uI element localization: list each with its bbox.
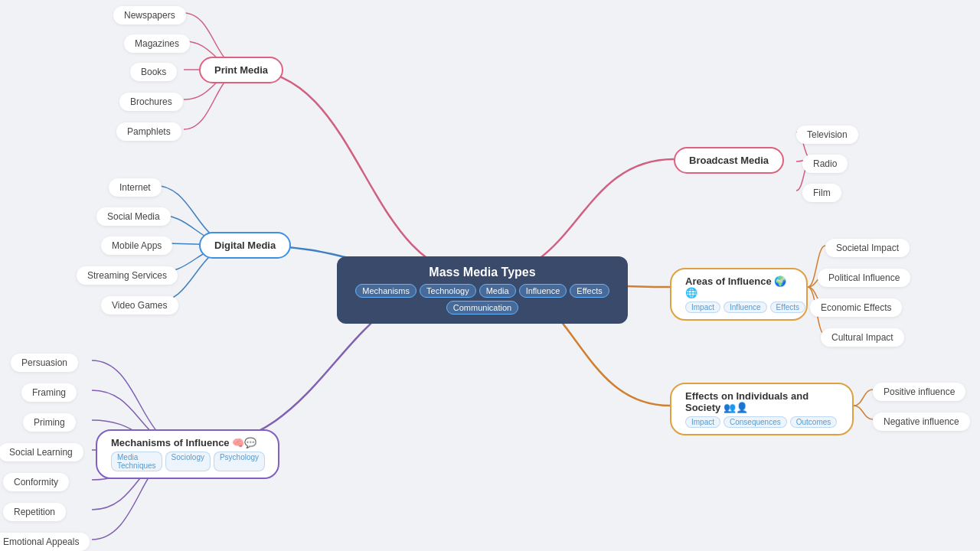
areas-influence-label: Areas of Influence 🌍🌐 <box>685 276 792 298</box>
leaf-video-games[interactable]: Video Games <box>101 296 178 315</box>
leaf-priming[interactable]: Priming <box>23 413 76 432</box>
leaf-positive[interactable]: Positive influence <box>873 383 965 401</box>
leaf-newspapers[interactable]: Newspapers <box>113 6 186 24</box>
mechanisms-tags: Media Techniques Sociology Psychology <box>111 452 264 471</box>
broadcast-media-label: Broadcast Media <box>689 155 769 166</box>
tag-media[interactable]: Media <box>479 284 516 298</box>
leaf-mobile-apps[interactable]: Mobile Apps <box>101 236 172 255</box>
leaf-social-learning[interactable]: Social Learning <box>0 443 83 461</box>
subtag-influence: Influence <box>724 302 767 313</box>
print-media-label: Print Media <box>214 64 268 76</box>
digital-media-label: Digital Media <box>214 240 276 251</box>
leaf-film[interactable]: Film <box>802 184 841 202</box>
tag-communication[interactable]: Communication <box>446 301 518 315</box>
leaf-internet[interactable]: Internet <box>109 178 162 197</box>
tag-influence[interactable]: Influence <box>519 284 567 298</box>
subtag-media-techniques: Media Techniques <box>111 452 162 471</box>
leaf-persuasion[interactable]: Persuasion <box>11 354 78 372</box>
areas-influence-tags: Impact Influence Effects <box>685 302 792 313</box>
tag-technology[interactable]: Technology <box>420 284 476 298</box>
leaf-books[interactable]: Books <box>130 63 177 81</box>
tag-mechanisms[interactable]: Mechanisms <box>355 284 416 298</box>
leaf-political[interactable]: Political Influence <box>818 269 910 287</box>
leaf-negative[interactable]: Negative influence <box>873 412 970 431</box>
subtag-effects: Effects <box>770 302 805 313</box>
leaf-cultural[interactable]: Cultural Impact <box>821 328 904 347</box>
leaf-conformity[interactable]: Conformity <box>3 473 69 491</box>
subtag-consequences: Consequences <box>724 416 787 428</box>
leaf-magazines[interactable]: Magazines <box>124 34 190 53</box>
leaf-framing[interactable]: Framing <box>21 383 77 402</box>
center-node[interactable]: Mass Media Types Mechanisms Technology M… <box>337 256 628 324</box>
leaf-economic[interactable]: Economic Effects <box>810 298 902 317</box>
broadcast-media-node[interactable]: Broadcast Media <box>674 147 784 174</box>
digital-media-node[interactable]: Digital Media <box>199 232 291 259</box>
leaf-repetition[interactable]: Repetition <box>3 503 66 521</box>
areas-influence-node[interactable]: Areas of Influence 🌍🌐 Impact Influence E… <box>670 268 808 321</box>
leaf-radio[interactable]: Radio <box>802 155 848 173</box>
tag-effects[interactable]: Effects <box>570 284 609 298</box>
leaf-societal[interactable]: Societal Impact <box>825 239 910 257</box>
mechanisms-influence-label: Mechanisms of Influence 🧠💬 <box>111 437 264 448</box>
leaf-social-media[interactable]: Social Media <box>96 207 171 226</box>
leaf-brochures[interactable]: Brochures <box>119 93 183 111</box>
print-media-node[interactable]: Print Media <box>199 57 283 83</box>
subtag-psychology: Psychology <box>214 452 265 471</box>
leaf-television[interactable]: Television <box>796 126 858 144</box>
effects-society-label: Effects on Individuals and Society 👥👤 <box>685 390 838 413</box>
center-tags: Mechanisms Technology Media Influence Ef… <box>352 284 612 315</box>
leaf-streaming[interactable]: Streaming Services <box>77 266 178 285</box>
leaf-emotional[interactable]: Emotional Appeals <box>0 533 90 551</box>
subtag-impact2: Impact <box>685 416 720 428</box>
subtag-sociology: Sociology <box>165 452 211 471</box>
mechanisms-influence-node[interactable]: Mechanisms of Influence 🧠💬 Media Techniq… <box>96 429 279 479</box>
subtag-outcomes: Outcomes <box>790 416 838 428</box>
subtag-impact: Impact <box>685 302 720 313</box>
center-title: Mass Media Types <box>352 266 612 279</box>
leaf-pamphlets[interactable]: Pamphlets <box>116 122 181 141</box>
effects-society-node[interactable]: Effects on Individuals and Society 👥👤 Im… <box>670 383 854 435</box>
effects-tags: Impact Consequences Outcomes <box>685 416 838 428</box>
